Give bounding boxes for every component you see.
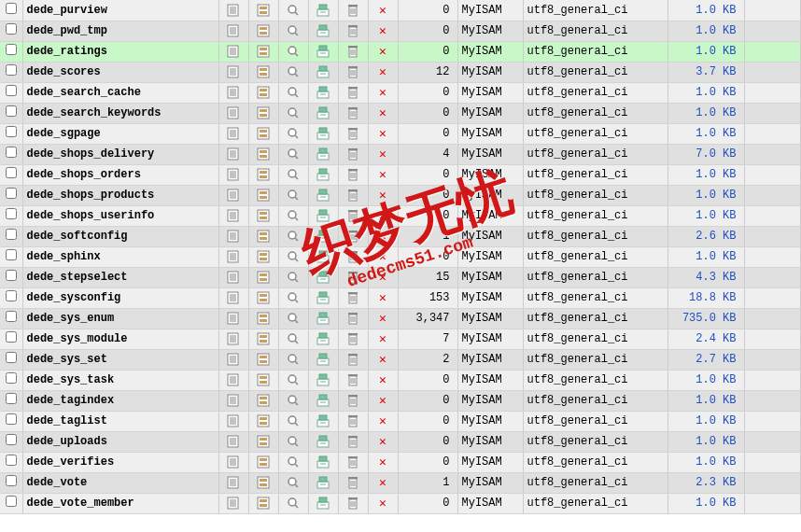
empty-icon[interactable]	[345, 373, 360, 386]
browse-icon[interactable]	[226, 455, 241, 469]
browse-icon[interactable]	[226, 312, 241, 325]
browse-icon[interactable]	[226, 106, 241, 119]
size-link[interactable]: 1.0 KB	[696, 414, 736, 427]
drop-icon[interactable]: ✕	[379, 414, 386, 428]
drop-icon[interactable]: ✕	[379, 373, 386, 387]
row-checkbox[interactable]	[6, 393, 17, 404]
row-checkbox[interactable]	[6, 23, 17, 35]
insert-icon[interactable]	[316, 45, 330, 58]
row-checkbox[interactable]	[6, 249, 17, 260]
browse-icon[interactable]	[226, 86, 241, 99]
search-icon[interactable]	[286, 147, 301, 161]
table-name-link[interactable]: dede_scores	[27, 65, 101, 78]
drop-icon[interactable]: ✕	[379, 291, 386, 305]
structure-icon[interactable]	[256, 373, 271, 386]
size-link[interactable]: 1.0 KB	[696, 168, 736, 181]
empty-icon[interactable]	[345, 435, 360, 448]
structure-icon[interactable]	[256, 189, 271, 202]
row-checkbox[interactable]	[6, 105, 17, 117]
empty-icon[interactable]	[345, 271, 360, 284]
insert-icon[interactable]	[316, 414, 330, 427]
browse-icon[interactable]	[226, 394, 241, 407]
row-checkbox[interactable]	[6, 188, 17, 199]
empty-icon[interactable]	[345, 353, 360, 366]
row-checkbox[interactable]	[6, 126, 17, 137]
structure-icon[interactable]	[256, 86, 271, 99]
browse-icon[interactable]	[226, 189, 241, 202]
empty-icon[interactable]	[345, 168, 360, 181]
size-link[interactable]: 1.0 KB	[696, 86, 736, 99]
empty-icon[interactable]	[345, 497, 360, 510]
search-icon[interactable]	[286, 127, 301, 140]
search-icon[interactable]	[286, 86, 301, 99]
size-link[interactable]: 1.0 KB	[696, 106, 736, 119]
drop-icon[interactable]: ✕	[379, 189, 386, 203]
drop-icon[interactable]: ✕	[379, 476, 386, 490]
drop-icon[interactable]: ✕	[379, 127, 386, 141]
table-name-link[interactable]: dede_shops_products	[27, 189, 155, 202]
search-icon[interactable]	[286, 230, 301, 243]
size-link[interactable]: 1.0 KB	[696, 394, 736, 407]
browse-icon[interactable]	[226, 147, 241, 161]
insert-icon[interactable]	[316, 24, 330, 37]
structure-icon[interactable]	[256, 353, 271, 366]
row-checkbox[interactable]	[6, 147, 17, 158]
search-icon[interactable]	[286, 250, 301, 263]
size-link[interactable]: 2.6 KB	[696, 230, 736, 243]
size-link[interactable]: 18.8 KB	[689, 291, 736, 304]
insert-icon[interactable]	[316, 312, 330, 325]
row-checkbox[interactable]	[6, 331, 17, 343]
drop-icon[interactable]: ✕	[379, 353, 386, 367]
search-icon[interactable]	[286, 168, 301, 181]
size-link[interactable]: 735.0 KB	[682, 312, 737, 325]
size-link[interactable]: 7.0 KB	[696, 147, 736, 161]
empty-icon[interactable]	[345, 127, 360, 140]
size-link[interactable]: 1.0 KB	[696, 127, 736, 140]
size-link[interactable]: 1.0 KB	[696, 45, 736, 58]
search-icon[interactable]	[286, 4, 301, 17]
row-checkbox[interactable]	[6, 3, 17, 14]
browse-icon[interactable]	[226, 435, 241, 448]
drop-icon[interactable]: ✕	[379, 65, 386, 79]
browse-icon[interactable]	[226, 271, 241, 284]
table-name-link[interactable]: dede_search_cache	[27, 86, 141, 99]
table-name-link[interactable]: dede_verifies	[27, 455, 115, 469]
insert-icon[interactable]	[316, 127, 330, 140]
browse-icon[interactable]	[226, 168, 241, 181]
structure-icon[interactable]	[256, 476, 271, 489]
size-link[interactable]: 2.4 KB	[696, 332, 736, 345]
empty-icon[interactable]	[345, 476, 360, 489]
structure-icon[interactable]	[256, 230, 271, 243]
drop-icon[interactable]: ✕	[379, 168, 386, 182]
size-link[interactable]: 1.0 KB	[696, 24, 736, 37]
drop-icon[interactable]: ✕	[379, 230, 386, 244]
table-name-link[interactable]: dede_sphinx	[27, 250, 101, 263]
size-link[interactable]: 1.0 KB	[696, 189, 736, 202]
table-name-link[interactable]: dede_pwd_tmp	[27, 24, 107, 37]
table-name-link[interactable]: dede_shops_userinfo	[27, 209, 155, 222]
structure-icon[interactable]	[256, 106, 271, 119]
search-icon[interactable]	[286, 353, 301, 366]
empty-icon[interactable]	[345, 414, 360, 427]
browse-icon[interactable]	[226, 230, 241, 243]
search-icon[interactable]	[286, 332, 301, 345]
drop-icon[interactable]: ✕	[379, 455, 386, 469]
drop-icon[interactable]: ✕	[379, 45, 386, 59]
row-checkbox[interactable]	[6, 167, 17, 178]
empty-icon[interactable]	[345, 65, 360, 78]
empty-icon[interactable]	[345, 106, 360, 119]
table-name-link[interactable]: dede_sysconfig	[27, 291, 121, 304]
drop-icon[interactable]: ✕	[379, 106, 386, 120]
search-icon[interactable]	[286, 45, 301, 58]
structure-icon[interactable]	[256, 168, 271, 181]
table-name-link[interactable]: dede_ratings	[27, 45, 107, 58]
empty-icon[interactable]	[345, 394, 360, 407]
search-icon[interactable]	[286, 189, 301, 202]
drop-icon[interactable]: ✕	[379, 435, 386, 449]
empty-icon[interactable]	[345, 230, 360, 243]
structure-icon[interactable]	[256, 497, 271, 510]
insert-icon[interactable]	[316, 497, 330, 510]
browse-icon[interactable]	[226, 24, 241, 37]
row-checkbox[interactable]	[6, 208, 17, 219]
structure-icon[interactable]	[256, 24, 271, 37]
